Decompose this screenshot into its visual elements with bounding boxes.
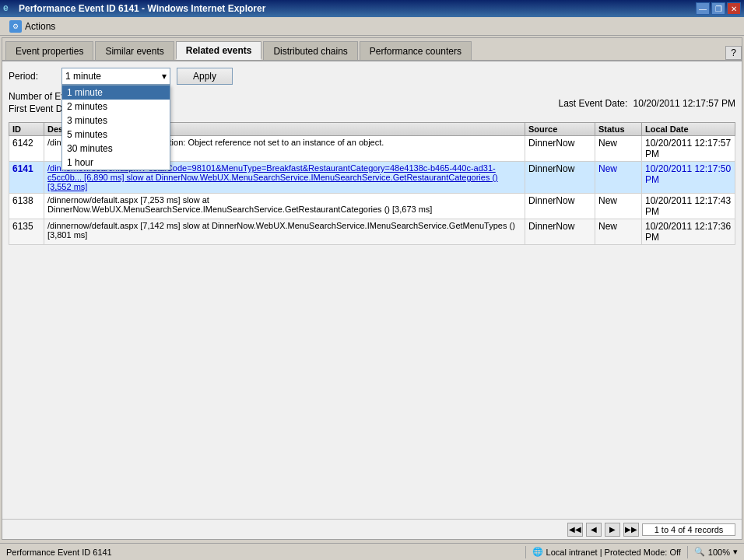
- period-option-1hr[interactable]: 1 hour: [62, 156, 170, 170]
- cell-id: 6138: [9, 194, 44, 219]
- globe-icon: 🌐: [532, 547, 543, 557]
- prev-page-button[interactable]: ◀: [586, 523, 602, 537]
- tab-distributed-chains[interactable]: Distributed chains: [263, 41, 357, 60]
- main-container: Event properties Similar events Related …: [2, 37, 742, 540]
- cell-local-date: 10/20/2011 12:17:36 PM: [642, 219, 735, 245]
- tab-performance-counters[interactable]: Performance counters: [360, 41, 472, 60]
- period-dropdown-container: 1 minute ▾ 1 minute 2 minutes 3 minutes …: [61, 68, 170, 85]
- security-text: Local intranet | Protected Mode: Off: [546, 548, 681, 557]
- apply-button[interactable]: Apply: [177, 68, 233, 85]
- col-local-date: Local Date: [642, 123, 735, 136]
- minimize-button[interactable]: —: [696, 2, 710, 15]
- period-label: Period:: [9, 71, 55, 82]
- restore-button[interactable]: ❐: [711, 2, 725, 15]
- cell-status: New: [595, 194, 642, 219]
- actions-label: Actions: [25, 21, 55, 32]
- period-option-30min[interactable]: 30 minutes: [62, 142, 170, 156]
- cell-source: DinnerNow: [525, 162, 595, 194]
- col-id: ID: [9, 123, 44, 136]
- cell-id: 6135: [9, 219, 44, 245]
- window-controls: — ❐ ✕: [696, 2, 741, 15]
- cell-status: New: [595, 162, 642, 194]
- cell-id: 6142: [9, 136, 44, 162]
- period-option-1min[interactable]: 1 minute: [62, 86, 170, 100]
- title-bar: e Performance Event ID 6141 - Windows In…: [0, 0, 744, 17]
- zoom-control[interactable]: 🔍 100% ▾: [694, 547, 738, 557]
- table-row[interactable]: 6138/dinnernow/default.aspx [7,253 ms] s…: [9, 194, 735, 219]
- period-dropdown-menu: 1 minute 2 minutes 3 minutes 5 minutes 3…: [61, 85, 170, 170]
- cell-local-date: 10/20/2011 12:17:43 PM: [642, 194, 735, 219]
- period-option-2min[interactable]: 2 minutes: [62, 100, 170, 114]
- next-page-button[interactable]: ▶: [605, 523, 620, 537]
- cell-description: /dinnernow/default.aspx [7,253 ms] slow …: [44, 194, 525, 219]
- window-title: Performance Event ID 6141 - Windows Inte…: [19, 3, 693, 14]
- period-option-5min[interactable]: 5 minutes: [62, 128, 170, 142]
- menu-bar: ⚙ Actions: [0, 17, 744, 36]
- actions-menu[interactable]: ⚙ Actions: [3, 19, 61, 34]
- col-status: Status: [595, 123, 642, 136]
- tab-event-properties[interactable]: Event properties: [5, 41, 93, 60]
- cell-description: /dinnernow/default.aspx [7,142 ms] slow …: [44, 219, 525, 245]
- status-divider-1: [525, 546, 526, 558]
- app-icon: e: [3, 2, 16, 15]
- dropdown-arrow-icon: ▾: [162, 71, 167, 82]
- help-icon[interactable]: ?: [725, 46, 742, 60]
- bottom-status-bar: Performance Event ID 6141 🌐 Local intran…: [0, 543, 744, 560]
- last-event-date: Last Event Date: 10/20/2011 12:17:57 PM: [559, 98, 736, 109]
- tab-related-events[interactable]: Related events: [176, 41, 262, 60]
- last-event-date-label: Last Event Date:: [559, 98, 628, 109]
- last-event-date-value: 10/20/2011 12:17:57 PM: [633, 98, 735, 109]
- zoom-icon: 🔍: [694, 547, 705, 557]
- period-option-3min[interactable]: 3 minutes: [62, 114, 170, 128]
- cell-local-date: 10/20/2011 12:17:57 PM: [642, 136, 735, 162]
- cell-id: 6141: [9, 162, 44, 194]
- table-row[interactable]: 6135/dinnernow/default.aspx [7,142 ms] s…: [9, 219, 735, 245]
- zoom-arrow-icon: ▾: [733, 547, 738, 557]
- status-text: Performance Event ID 6141: [6, 548, 519, 557]
- security-info: 🌐 Local intranet | Protected Mode: Off: [532, 547, 681, 557]
- cell-status: New: [595, 219, 642, 245]
- period-row: Period: 1 minute ▾ 1 minute 2 minutes 3 …: [9, 68, 735, 85]
- tab-similar-events[interactable]: Similar events: [95, 41, 174, 60]
- period-selected-value: 1 minute: [65, 71, 101, 82]
- cell-local-date: 10/20/2011 12:17:50 PM: [642, 162, 735, 194]
- status-divider-2: [687, 546, 688, 558]
- cell-source: DinnerNow: [525, 219, 595, 245]
- close-button[interactable]: ✕: [727, 2, 741, 15]
- cell-source: DinnerNow: [525, 136, 595, 162]
- col-source: Source: [525, 123, 595, 136]
- tabs-container: Event properties Similar events Related …: [2, 38, 742, 61]
- first-page-button[interactable]: ◀◀: [567, 523, 583, 537]
- pagination-container: ◀◀ ◀ ▶ ▶▶ 1 to 4 of 4 records: [2, 519, 742, 539]
- cell-status: New: [595, 136, 642, 162]
- period-select[interactable]: 1 minute ▾: [61, 68, 170, 85]
- zoom-level: 100%: [708, 548, 730, 557]
- last-page-button[interactable]: ▶▶: [623, 523, 639, 537]
- page-info: 1 to 4 of 4 records: [642, 523, 735, 536]
- cell-source: DinnerNow: [525, 194, 595, 219]
- actions-icon: ⚙: [9, 20, 22, 33]
- content-area: Period: 1 minute ▾ 1 minute 2 minutes 3 …: [2, 61, 742, 519]
